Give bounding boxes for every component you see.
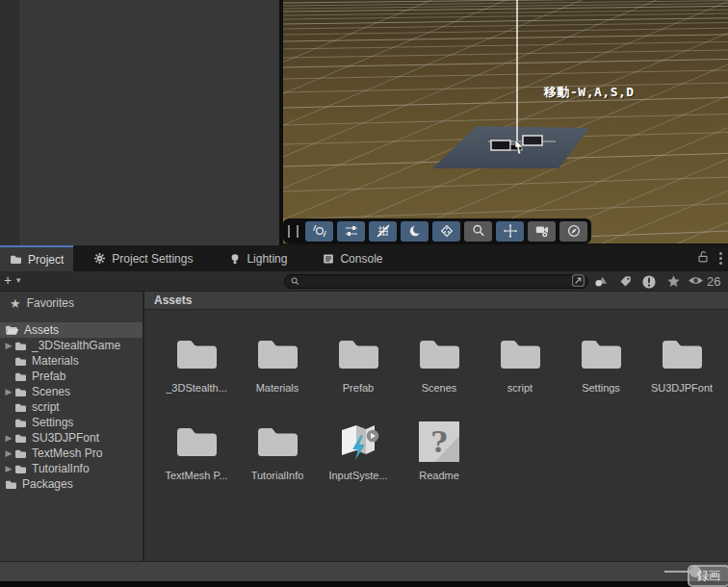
sidebar-item-script[interactable]: script	[0, 399, 143, 415]
search-button[interactable]	[464, 221, 492, 242]
folder-icon	[5, 479, 17, 490]
asset-tile-prefab[interactable]: Prefab	[318, 331, 399, 394]
folder-icon	[14, 402, 27, 413]
readme-asset-icon: ?	[416, 419, 462, 465]
search-input[interactable]	[304, 275, 572, 288]
expand-arrow-icon[interactable]: ▶	[3, 341, 14, 350]
tab-label: Project	[28, 253, 64, 267]
folder-icon	[659, 331, 705, 377]
folder-icon	[14, 448, 27, 459]
toolbar-drag-handle[interactable]	[288, 225, 299, 238]
left-empty-panel	[0, 0, 279, 245]
folder-icon	[14, 418, 27, 428]
folder-icon	[14, 387, 27, 397]
asset-tile-script[interactable]: script	[480, 331, 560, 394]
folder-icon	[254, 331, 300, 377]
search-by-type-icon[interactable]	[590, 273, 611, 290]
sidebar-item-packages[interactable]: Packages	[0, 476, 143, 492]
tab-lighting[interactable]: Lighting	[220, 245, 297, 271]
window-tab-bar: ProjectProject SettingsLightingConsole	[0, 245, 728, 271]
camera-button[interactable]	[528, 221, 556, 242]
sidebar-item-textmesh-pro[interactable]: ▶ TextMesh Pro	[0, 446, 143, 461]
asset-tile-settings[interactable]: Settings	[560, 331, 641, 394]
folder-icon	[578, 331, 624, 377]
chevron-down-icon: ▼	[14, 276, 22, 285]
scene-lighting-button[interactable]	[401, 221, 429, 242]
search-icon	[290, 273, 300, 291]
expand-arrow-icon[interactable]: ▶	[3, 433, 14, 443]
asset-tile-materials[interactable]: Materials	[237, 331, 318, 394]
folder-icon	[10, 254, 22, 265]
sidebar-item-prefab[interactable]: Prefab	[0, 369, 143, 384]
asset-tile-textmesh-p-[interactable]: TextMesh P...	[156, 419, 237, 481]
scene-hint-text: 移動-W,A,S,D	[544, 84, 635, 101]
eye-icon	[688, 274, 704, 289]
favorites-star-icon[interactable]	[663, 273, 684, 290]
asset-tile-inputsyste-[interactable]: InputSyste...	[318, 419, 399, 481]
grid-visibility-button[interactable]	[369, 221, 397, 242]
scene-canvas[interactable]	[283, 0, 728, 243]
folder-icon	[254, 419, 300, 465]
assets-content-panel: Assets _3DStealth... Materials Prefab Sc…	[144, 292, 728, 561]
sidebar-item-materials[interactable]: Materials	[0, 353, 143, 369]
project-browser: ★ Favorites Assets ▶ _3DStealthGame Mate…	[0, 292, 728, 561]
sidebar-item-tutorialinfo[interactable]: ▶ TutorialInfo	[0, 461, 143, 476]
breadcrumb: Assets	[144, 292, 728, 310]
sidebar-item-settings[interactable]: Settings	[0, 415, 143, 430]
folder-icon	[416, 331, 462, 377]
input-actions-asset-icon	[335, 419, 381, 465]
console-icon	[323, 253, 334, 265]
scene-visibility-button[interactable]	[432, 221, 460, 242]
panel-menu-icon[interactable]	[719, 252, 722, 265]
asset-tile-tutorialinfo[interactable]: TutorialInfo	[237, 419, 318, 481]
open-search-window-icon[interactable]	[572, 273, 585, 291]
visibility-count[interactable]: 26	[688, 273, 720, 290]
bottom-edge	[0, 581, 728, 587]
expand-arrow-icon[interactable]: ▶	[3, 464, 14, 473]
folder-open-icon	[5, 324, 19, 336]
move-tool-button[interactable]	[496, 221, 524, 242]
project-browser-toolbar: +▼ 26	[0, 271, 728, 292]
gear-icon	[93, 252, 106, 265]
sidebar-item-scenes[interactable]: ▶ Scenes	[0, 384, 143, 399]
tab-project-settings[interactable]: Project Settings	[84, 245, 202, 271]
tab-label: Project Settings	[112, 252, 193, 266]
tab-label: Lighting	[247, 252, 287, 266]
asset-tile--3dstealth-[interactable]: _3DStealth...	[156, 331, 237, 394]
sidebar-item-su3djpfont[interactable]: ▶ SU3DJPFont	[0, 430, 143, 446]
create-asset-button[interactable]: +▼	[4, 272, 22, 288]
tab-label: Console	[340, 252, 382, 266]
folder-icon	[173, 419, 220, 465]
sidebar-item--3dstealthgame[interactable]: ▶ _3DStealthGame	[0, 338, 143, 353]
compass-button[interactable]	[559, 221, 587, 242]
folder-icon	[14, 464, 27, 474]
left-panel-gutter	[0, 0, 19, 245]
search-by-label-icon[interactable]	[614, 273, 636, 290]
asset-tile-scenes[interactable]: Scenes	[399, 331, 480, 394]
folder-icon	[335, 331, 381, 377]
scene-ground	[283, 0, 728, 243]
unlock-icon[interactable]	[696, 250, 710, 268]
project-sidebar: ★ Favorites Assets ▶ _3DStealthGame Mate…	[0, 292, 144, 561]
search-field[interactable]	[284, 274, 588, 289]
folder-icon	[14, 356, 27, 367]
scene-view[interactable]: 移動-W,A,S,D	[279, 0, 728, 245]
expand-arrow-icon[interactable]: ▶	[3, 387, 14, 396]
star-icon: ★	[10, 296, 21, 311]
folder-icon	[173, 331, 220, 377]
orbit-tool-button[interactable]	[305, 221, 333, 242]
bulb-icon	[229, 253, 241, 265]
tab-project[interactable]: Project	[0, 245, 73, 271]
tool-settings-button[interactable]	[337, 221, 365, 242]
folder-icon	[14, 433, 27, 444]
readme-question-icon: ?	[419, 421, 459, 462]
sidebar-item-favorites[interactable]: ★ Favorites	[0, 295, 143, 311]
asset-tile-readme[interactable]: ? Readme	[399, 419, 480, 481]
asset-tile-su3djpfont[interactable]: SU3DJPFont	[641, 331, 722, 394]
folder-icon	[14, 341, 27, 351]
alert-filter-icon[interactable]	[638, 273, 660, 290]
scene-overlay-toolbar[interactable]	[283, 218, 591, 243]
tab-console[interactable]: Console	[313, 245, 392, 271]
sidebar-item-assets[interactable]: Assets	[0, 322, 143, 338]
expand-arrow-icon[interactable]: ▶	[3, 448, 14, 458]
